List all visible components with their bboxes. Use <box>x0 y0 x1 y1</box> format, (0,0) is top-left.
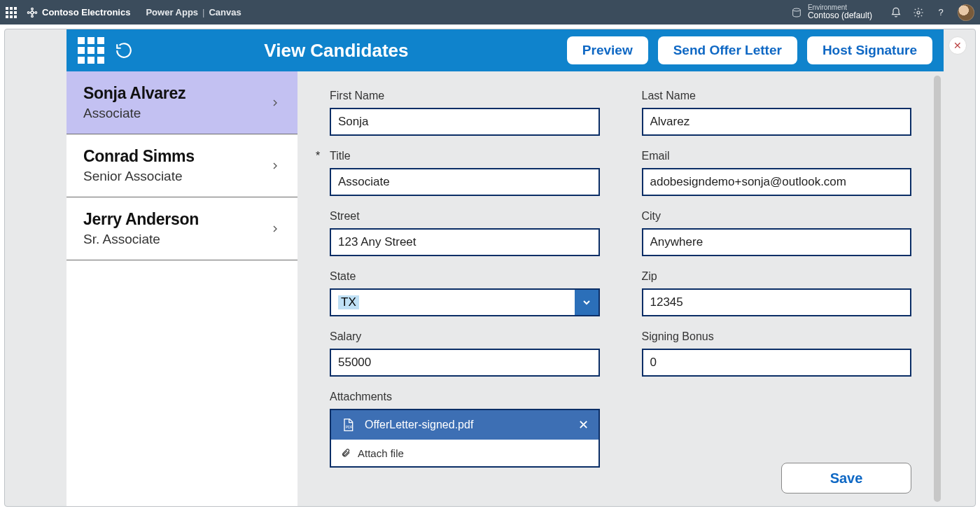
settings-icon[interactable] <box>907 1 930 24</box>
svg-point-0 <box>31 11 34 14</box>
svg-text:PDF: PDF <box>346 425 353 429</box>
save-button[interactable]: Save <box>781 463 911 493</box>
candidate-list-item[interactable]: Jerry AndersonSr. Associate <box>66 197 298 260</box>
last-name-input[interactable] <box>642 108 912 136</box>
chevron-down-icon[interactable] <box>575 290 598 315</box>
title-input[interactable] <box>330 168 600 196</box>
candidate-name: Jerry Anderson <box>83 210 199 229</box>
candidate-list-item[interactable]: Sonja AlvarezAssociate <box>66 71 298 134</box>
user-avatar[interactable] <box>958 4 974 21</box>
attachments-box: PDF OfferLetter-signed.pdf ✕ Attach file <box>330 409 600 468</box>
send-offer-button[interactable]: Send Offer Letter <box>658 36 797 64</box>
salary-label: Salary <box>330 330 600 343</box>
salary-input[interactable] <box>330 349 600 377</box>
candidate-list-item[interactable]: Conrad SimmsSenior Associate <box>66 134 298 197</box>
app-stage: ✕ View Candidates Preview Send Offer Let… <box>4 29 976 507</box>
brand: Contoso Electronics <box>27 7 130 18</box>
state-value: TX <box>338 295 359 309</box>
app-launcher-icon[interactable] <box>6 7 17 18</box>
scrollbar[interactable] <box>934 76 941 502</box>
title-label: Title <box>330 150 600 162</box>
environment-icon <box>791 7 802 18</box>
candidate-role: Sr. Associate <box>83 232 199 247</box>
svg-point-10 <box>917 11 920 14</box>
attach-file-button[interactable]: Attach file <box>331 440 598 466</box>
city-label: City <box>642 210 912 223</box>
brand-logo-icon <box>27 7 38 18</box>
first-name-input[interactable] <box>330 108 600 136</box>
candidate-role: Senior Associate <box>83 169 195 184</box>
bonus-input[interactable] <box>642 349 912 377</box>
notifications-icon[interactable] <box>885 1 907 24</box>
breadcrumb-app[interactable]: Power Apps <box>146 7 198 18</box>
chevron-right-icon <box>270 223 281 234</box>
close-preview-button[interactable]: ✕ <box>948 36 967 55</box>
state-label: State <box>330 270 600 283</box>
environment-picker[interactable]: Environment Contoso (default) <box>791 4 885 20</box>
candidate-role: Associate <box>83 106 186 121</box>
help-icon[interactable]: ? <box>930 1 952 24</box>
brand-name: Contoso Electronics <box>42 7 130 18</box>
pdf-icon: PDF <box>341 418 355 432</box>
first-name-label: First Name <box>330 90 600 102</box>
paperclip-icon <box>341 447 351 458</box>
svg-point-4 <box>31 15 34 18</box>
street-label: Street <box>330 210 600 223</box>
attachment-item[interactable]: PDF OfferLetter-signed.pdf ✕ <box>331 410 598 440</box>
remove-attachment-icon[interactable]: ✕ <box>578 417 589 433</box>
menu-grid-icon[interactable] <box>78 37 104 64</box>
page-title: View Candidates <box>115 40 557 62</box>
last-name-label: Last Name <box>642 90 912 102</box>
app-header: View Candidates Preview Send Offer Lette… <box>66 29 944 71</box>
zip-input[interactable] <box>642 288 912 316</box>
svg-point-9 <box>793 8 801 11</box>
host-signature-button[interactable]: Host Signature <box>807 36 932 64</box>
svg-point-3 <box>31 8 34 10</box>
attachment-filename: OfferLetter-signed.pdf <box>365 419 568 431</box>
email-input[interactable] <box>642 168 912 196</box>
svg-point-2 <box>35 11 37 13</box>
bonus-label: Signing Bonus <box>642 330 912 343</box>
candidate-list: Sonja AlvarezAssociateConrad SimmsSenior… <box>66 71 298 506</box>
svg-point-1 <box>27 11 29 13</box>
preview-button[interactable]: Preview <box>567 36 648 64</box>
chevron-right-icon <box>270 97 281 108</box>
candidate-name: Sonja Alvarez <box>83 84 186 103</box>
attachments-label: Attachments <box>330 391 600 403</box>
zip-label: Zip <box>642 270 912 283</box>
candidate-detail: First Name Last Name Title Email Street … <box>298 71 944 506</box>
email-label: Email <box>642 150 912 162</box>
city-input[interactable] <box>642 228 912 256</box>
breadcrumb-separator: | <box>202 7 204 18</box>
street-input[interactable] <box>330 228 600 256</box>
canvas-app: View Candidates Preview Send Offer Lette… <box>66 29 944 506</box>
environment-value: Contoso (default) <box>808 11 872 20</box>
breadcrumb-page[interactable]: Canvas <box>209 7 241 18</box>
state-select[interactable]: TX <box>330 288 600 316</box>
attach-file-label: Attach file <box>358 447 404 459</box>
global-header: Contoso Electronics Power Apps | Canvas … <box>0 0 980 24</box>
chevron-right-icon <box>270 160 281 172</box>
candidate-name: Conrad Simms <box>83 147 195 166</box>
